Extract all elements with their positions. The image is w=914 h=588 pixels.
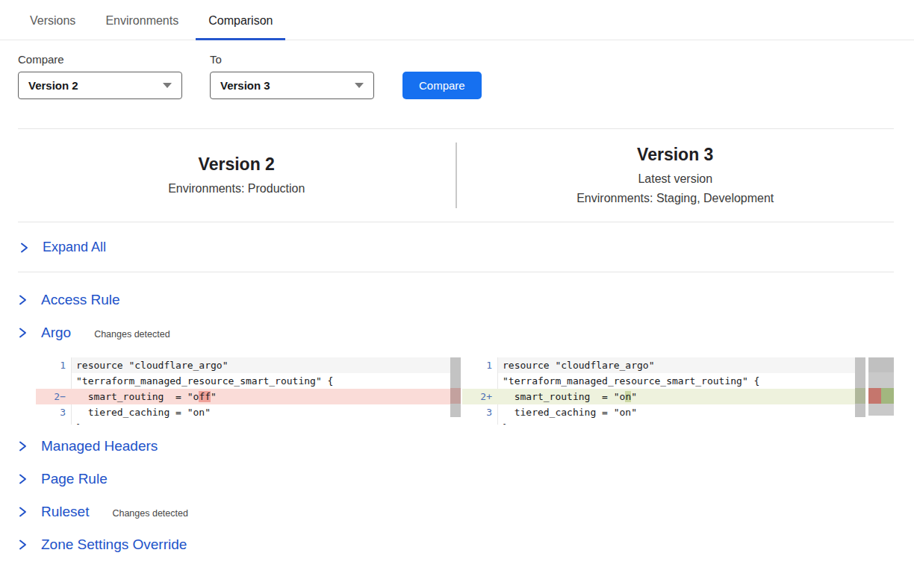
scrollbar[interactable] [855, 357, 865, 417]
chevron-right-icon [18, 507, 28, 517]
code-text: resource "cloudflare_argo" [498, 357, 865, 373]
compare-version-select[interactable]: Version 2 [18, 72, 182, 99]
to-field: To Version 3 [210, 53, 374, 99]
version-left-title: Version 2 [18, 154, 456, 176]
minimap-added-mark [881, 388, 894, 404]
compare-field-label: Compare [18, 53, 182, 66]
expand-all-toggle[interactable]: Expand All [0, 222, 914, 272]
to-version-value: Version 3 [220, 79, 270, 92]
diff-line-wrap: "terraform_managed_resource_smart_routin… [462, 373, 865, 389]
diff-line-wrap: "terraform_managed_resource_smart_routin… [36, 373, 461, 389]
version-right-environments: Environments: Staging, Development [457, 191, 895, 207]
diff-line: } [462, 420, 865, 425]
code-text: tiered_caching = "on" [72, 404, 461, 420]
diff-line: 3 tiered_caching = "on" [462, 404, 865, 420]
line-number: 3 [36, 404, 72, 420]
added-sign: + [486, 391, 492, 402]
code-text: tiered_caching = "on" [498, 404, 865, 420]
line-number: 1 [36, 357, 72, 373]
to-field-label: To [210, 53, 374, 66]
section-label: Zone Settings Override [41, 537, 187, 553]
minimap-viewport [868, 357, 894, 372]
line-number [462, 420, 498, 425]
section-label: Ruleset [41, 504, 89, 520]
code-text: resource "cloudflare_argo" [72, 357, 461, 373]
scrollbar[interactable] [450, 357, 461, 417]
sections-list: Access Rule Argo Changes detected 1 reso… [18, 291, 914, 554]
tab-versions[interactable]: Versions [17, 0, 88, 40]
compare-form: Compare Version 2 To Version 3 Compare [18, 53, 894, 99]
code-text: } [498, 420, 865, 425]
chevron-right-icon [18, 328, 28, 338]
divider [18, 272, 894, 272]
section-access-rule[interactable]: Access Rule [18, 291, 914, 309]
diff-line: 1 resource "cloudflare_argo" [462, 357, 865, 373]
removed-word-highlight: ff [199, 391, 211, 402]
section-label: Page Rule [41, 471, 108, 487]
removed-sign: − [60, 391, 66, 402]
section-zone-settings-override[interactable]: Zone Settings Override [18, 536, 914, 554]
diff-overview-minimap[interactable] [868, 357, 894, 416]
code-text: "terraform_managed_resource_smart_routin… [72, 373, 461, 389]
section-label: Managed Headers [41, 438, 158, 454]
expand-all-label: Expand All [43, 240, 106, 255]
section-ruleset[interactable]: Ruleset Changes detected [18, 503, 914, 521]
tab-comparison[interactable]: Comparison [196, 0, 285, 40]
diff-line: } [36, 420, 461, 425]
section-label: Argo [41, 325, 71, 341]
chevron-right-icon [18, 295, 28, 305]
tab-environments[interactable]: Environments [93, 0, 191, 40]
compare-version-value: Version 2 [28, 79, 78, 92]
section-label: Access Rule [41, 292, 120, 308]
chevron-right-icon [18, 539, 28, 550]
diff-line-removed: 2− smart_routing = "off" [36, 389, 461, 404]
dropdown-caret-icon [163, 83, 172, 88]
version-header-left: Version 2 Environments: Production [18, 146, 456, 204]
version-headers: Version 2 Environments: Production Versi… [18, 129, 894, 222]
code-text: smart_routing = "off" [72, 389, 461, 404]
compare-button[interactable]: Compare [402, 72, 482, 99]
section-managed-headers[interactable]: Managed Headers [18, 437, 914, 455]
chevron-right-icon [19, 243, 29, 253]
scrollbar-removed-mark [450, 388, 461, 404]
line-number: 2+ [462, 389, 498, 404]
scrollbar-added-mark [855, 388, 865, 404]
line-number [462, 373, 498, 389]
diff-panel-right: 1 resource "cloudflare_argo" "terraform_… [462, 357, 865, 425]
version-right-title: Version 3 [457, 144, 895, 166]
version-left-environments: Environments: Production [18, 181, 456, 197]
dropdown-caret-icon [355, 83, 364, 88]
version-right-subtitle: Latest version [457, 172, 895, 187]
line-number: 2− [36, 389, 72, 404]
argo-diff-viewer: 1 resource "cloudflare_argo" "terraform_… [36, 357, 894, 425]
line-number [36, 420, 72, 425]
code-text: } [72, 420, 461, 425]
compare-field: Compare Version 2 [18, 53, 182, 99]
diff-line: 1 resource "cloudflare_argo" [36, 357, 461, 373]
line-number: 3 [462, 404, 498, 420]
version-header-right: Version 3 Latest version Environments: S… [457, 137, 895, 213]
section-page-rule[interactable]: Page Rule [18, 470, 914, 488]
line-number [36, 373, 72, 389]
minimap-removed-mark [868, 388, 881, 404]
changes-detected-badge: Changes detected [112, 506, 187, 519]
code-text: "terraform_managed_resource_smart_routin… [498, 373, 865, 389]
changes-detected-badge: Changes detected [94, 327, 170, 340]
diff-line-added: 2+ smart_routing = "on" [462, 389, 865, 404]
tab-bar: Versions Environments Comparison [0, 0, 914, 40]
diff-line: 3 tiered_caching = "on" [36, 404, 461, 420]
to-version-select[interactable]: Version 3 [210, 72, 374, 99]
chevron-right-icon [18, 474, 28, 484]
diff-panel-left: 1 resource "cloudflare_argo" "terraform_… [36, 357, 461, 425]
code-text: smart_routing = "on" [498, 389, 865, 404]
line-number: 1 [462, 357, 498, 373]
section-argo[interactable]: Argo Changes detected [18, 324, 914, 342]
chevron-right-icon [18, 441, 28, 451]
